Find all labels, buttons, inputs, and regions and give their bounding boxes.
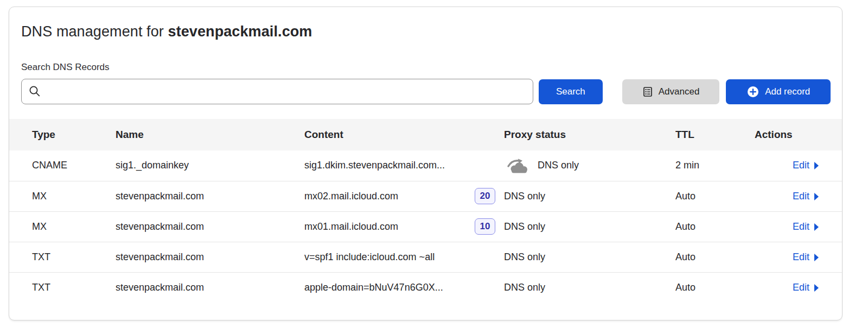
edit-link[interactable]: Edit [793, 160, 819, 171]
chevron-right-icon [814, 162, 819, 169]
table-header-row: Type Name Content Proxy status TTL Actio… [9, 119, 842, 150]
record-name: stevenpackmail.com [116, 242, 304, 272]
dns-management-card: DNS management for stevenpackmail.com Se… [9, 7, 843, 320]
record-type: CNAME [9, 150, 116, 181]
add-record-button[interactable]: Add record [726, 79, 831, 104]
dns-records-table: Type Name Content Proxy status TTL Actio… [9, 119, 842, 303]
record-ttl: Auto [675, 211, 755, 242]
page-title-domain: stevenpackmail.com [168, 23, 312, 40]
proxy-status: DNS only [504, 221, 545, 232]
page-title: DNS management for stevenpackmail.com [9, 23, 842, 40]
record-name: stevenpackmail.com [116, 211, 304, 242]
table-row: CNAME sig1._domainkey sig1.dkim.stevenpa… [9, 150, 842, 181]
record-content: sig1.dkim.stevenpackmail.com... [304, 160, 445, 171]
record-content: apple-domain=bNuV47n6G0X... [304, 282, 443, 293]
edit-link[interactable]: Edit [793, 221, 819, 232]
dns-only-cloud-icon [506, 158, 530, 174]
search-toolbar: Search Advanced [9, 79, 842, 104]
search-button[interactable]: Search [539, 79, 603, 104]
record-type: MX [9, 181, 116, 211]
record-content: mx01.mail.icloud.com [304, 221, 398, 232]
advanced-button-label: Advanced [659, 86, 700, 97]
edit-label: Edit [793, 251, 809, 263]
plus-circle-icon [746, 85, 760, 98]
record-type: MX [9, 211, 116, 242]
record-ttl: Auto [675, 181, 755, 211]
search-label: Search DNS Records [9, 62, 842, 73]
proxy-status: DNS only [504, 191, 545, 202]
column-header-type: Type [9, 119, 116, 150]
record-type: TXT [9, 272, 116, 303]
table-row: TXT stevenpackmail.com v=spf1 include:ic… [9, 242, 842, 272]
chevron-right-icon [814, 193, 819, 200]
chevron-right-icon [814, 254, 819, 261]
table-row: MX stevenpackmail.com mx02.mail.icloud.c… [9, 181, 842, 211]
record-name: stevenpackmail.com [116, 181, 304, 211]
list-document-icon [642, 86, 653, 97]
record-ttl: Auto [675, 242, 755, 272]
record-ttl: 2 min [675, 150, 755, 181]
mx-priority-badge: 20 [475, 188, 495, 204]
record-ttl: Auto [675, 272, 755, 303]
edit-label: Edit [793, 191, 809, 202]
column-header-content: Content [304, 119, 504, 150]
proxy-status: DNS only [504, 251, 545, 263]
search-icon [29, 85, 41, 97]
column-header-actions: Actions [755, 119, 842, 150]
search-button-label: Search [556, 86, 585, 97]
chevron-right-icon [814, 284, 819, 292]
add-record-button-label: Add record [765, 86, 810, 97]
edit-label: Edit [793, 160, 809, 171]
mx-priority-badge: 10 [475, 218, 495, 235]
edit-label: Edit [793, 221, 809, 232]
record-name: sig1._domainkey [116, 150, 304, 181]
table-row: TXT stevenpackmail.com apple-domain=bNuV… [9, 272, 842, 303]
page-title-prefix: DNS management for [21, 23, 168, 40]
record-name: stevenpackmail.com [116, 272, 304, 303]
column-header-ttl: TTL [675, 119, 755, 150]
edit-link[interactable]: Edit [793, 282, 819, 293]
record-type: TXT [9, 242, 116, 272]
search-box [21, 79, 533, 104]
search-input[interactable] [21, 79, 533, 104]
table-row: MX stevenpackmail.com mx01.mail.icloud.c… [9, 211, 842, 242]
proxy-status: DNS only [504, 282, 545, 293]
chevron-right-icon [814, 223, 819, 231]
record-content: v=spf1 include:icloud.com ~all [304, 251, 435, 263]
column-header-proxy-status: Proxy status [504, 119, 675, 150]
proxy-status: DNS only [538, 160, 579, 171]
advanced-button[interactable]: Advanced [622, 79, 720, 104]
record-content: mx02.mail.icloud.com [304, 191, 398, 202]
edit-label: Edit [793, 282, 809, 293]
column-header-name: Name [116, 119, 304, 150]
edit-link[interactable]: Edit [793, 251, 819, 263]
edit-link[interactable]: Edit [793, 191, 819, 202]
